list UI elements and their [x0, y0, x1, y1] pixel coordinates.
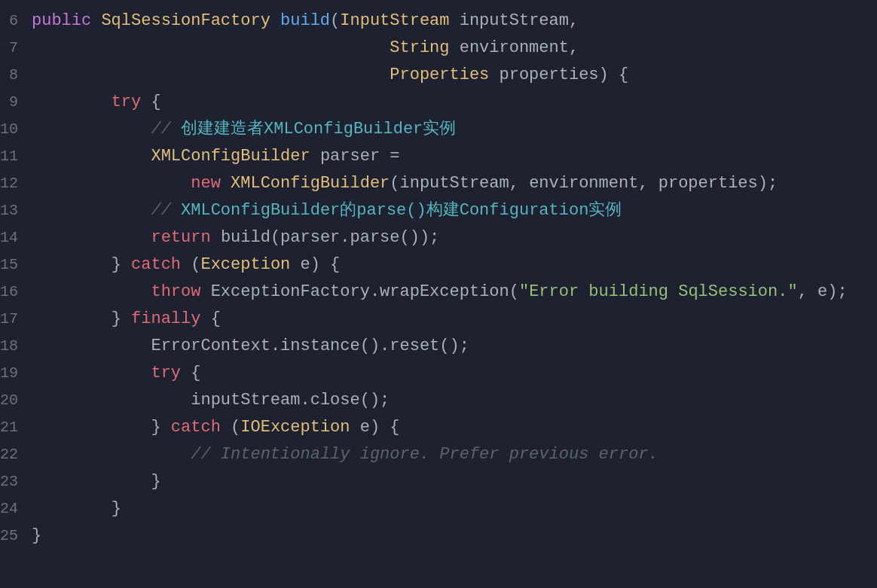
line-number: 21	[0, 414, 32, 441]
code-token: new	[191, 174, 231, 193]
code-token: (	[191, 255, 200, 274]
line-number: 12	[0, 170, 32, 197]
line-content: return build(parser.parse());	[32, 224, 877, 251]
line-number: 22	[0, 441, 32, 468]
code-token: Properties	[390, 66, 499, 84]
line-content: String environment,	[32, 35, 877, 62]
code-token: XMLConfigBuilder的parse()构建Configuration实…	[181, 201, 622, 220]
line-content: } catch (IOException e) {	[32, 414, 877, 441]
line-number: 25	[0, 522, 32, 550]
line-number: 17	[0, 306, 32, 333]
code-line: 17 } finally {	[0, 306, 877, 333]
line-content: public SqlSessionFactory build(InputStre…	[32, 8, 877, 35]
code-token: environment,	[460, 38, 579, 57]
code-token: 创建建造者XMLConfigBuilder实例	[181, 120, 456, 139]
line-number: 7	[0, 35, 32, 62]
code-token: IOException	[240, 418, 359, 437]
code-token	[32, 255, 112, 274]
code-token: XMLConfigBuilder	[231, 174, 390, 193]
line-content: try {	[32, 89, 877, 116]
code-token: {	[211, 309, 221, 328]
line-content: ErrorContext.instance().reset();	[32, 333, 877, 360]
code-line: 18 ErrorContext.instance().reset();	[0, 333, 877, 360]
line-content: // 创建建造者XMLConfigBuilder实例	[32, 116, 877, 143]
line-content: new XMLConfigBuilder(inputStream, enviro…	[32, 170, 877, 197]
code-line: 10 // 创建建造者XMLConfigBuilder实例	[0, 116, 877, 143]
code-token	[32, 472, 151, 491]
code-token: ExceptionFactory.wrapException(	[211, 282, 519, 301]
line-number: 18	[0, 333, 32, 360]
code-token: build	[280, 11, 330, 30]
code-token: {	[141, 93, 160, 111]
code-line: 20 inputStream.close();	[0, 387, 877, 414]
code-token	[32, 147, 151, 166]
code-token	[32, 445, 191, 464]
code-token	[32, 282, 151, 301]
code-token: try	[151, 364, 181, 382]
code-line: 14 return build(parser.parse());	[0, 224, 877, 251]
code-token: (inputStream, environment, properties);	[390, 174, 778, 193]
code-token: e) {	[301, 255, 341, 274]
line-content: inputStream.close();	[32, 387, 877, 414]
line-content: throw ExceptionFactory.wrapException("Er…	[32, 279, 877, 306]
line-number: 8	[0, 62, 32, 89]
code-token: }	[151, 472, 160, 491]
code-line: 23 }	[0, 468, 877, 495]
line-number: 13	[0, 197, 32, 224]
line-content: } finally {	[32, 306, 877, 333]
line-number: 24	[0, 495, 32, 522]
code-line: 6public SqlSessionFactory build(InputStr…	[0, 8, 877, 35]
code-token: SqlSessionFactory	[101, 11, 280, 30]
line-content: // XMLConfigBuilder的parse()构建Configurati…	[32, 197, 877, 224]
line-number: 14	[0, 224, 32, 251]
line-content: }	[32, 522, 877, 550]
code-token	[32, 228, 151, 247]
code-token: }	[112, 309, 131, 328]
code-token: //	[151, 120, 181, 139]
code-token: e) {	[360, 418, 400, 437]
code-token: inputStream.close();	[191, 391, 390, 410]
code-line: 21 } catch (IOException e) {	[0, 414, 877, 441]
code-token: inputStream,	[460, 11, 579, 30]
code-token	[32, 499, 112, 518]
code-token: }	[112, 255, 131, 274]
code-line: 24 }	[0, 495, 877, 522]
code-line: 19 try {	[0, 360, 877, 387]
line-number: 20	[0, 387, 32, 414]
code-line: 25}	[0, 522, 877, 550]
code-line: 8 Properties properties) {	[0, 62, 877, 89]
line-number: 10	[0, 116, 32, 143]
code-token: //	[151, 201, 181, 220]
line-number: 15	[0, 251, 32, 279]
code-token: properties) {	[500, 66, 629, 84]
code-line: 16 throw ExceptionFactory.wrapException(…	[0, 279, 877, 306]
code-token: "Error building SqlSession."	[519, 282, 798, 301]
code-token: catch	[171, 418, 231, 437]
line-number: 23	[0, 468, 32, 495]
code-token: InputStream	[340, 11, 459, 30]
code-token	[32, 38, 390, 57]
code-token: {	[181, 364, 200, 382]
code-token: parser =	[320, 147, 400, 166]
code-token	[32, 174, 191, 193]
line-content: // Intentionally ignore. Prefer previous…	[32, 441, 877, 468]
code-token	[32, 201, 151, 220]
code-token: String	[390, 38, 459, 57]
line-content: XMLConfigBuilder parser =	[32, 143, 877, 170]
line-number: 6	[0, 8, 32, 35]
line-content: Properties properties) {	[32, 62, 877, 89]
code-line: 11 XMLConfigBuilder parser =	[0, 143, 877, 170]
code-token: (	[231, 418, 240, 437]
code-block: 6public SqlSessionFactory build(InputStr…	[0, 0, 877, 588]
code-token	[32, 337, 151, 355]
code-token: build(parser.parse());	[221, 228, 439, 247]
code-token: }	[32, 526, 41, 545]
code-token: XMLConfigBuilder	[151, 147, 319, 166]
line-content: try {	[32, 360, 877, 387]
code-token: catch	[131, 255, 191, 274]
line-content: } catch (Exception e) {	[32, 251, 877, 279]
code-token: ErrorContext.instance().reset();	[151, 337, 469, 355]
code-line: 7 String environment,	[0, 35, 877, 62]
code-token: throw	[151, 282, 210, 301]
line-number: 19	[0, 360, 32, 387]
